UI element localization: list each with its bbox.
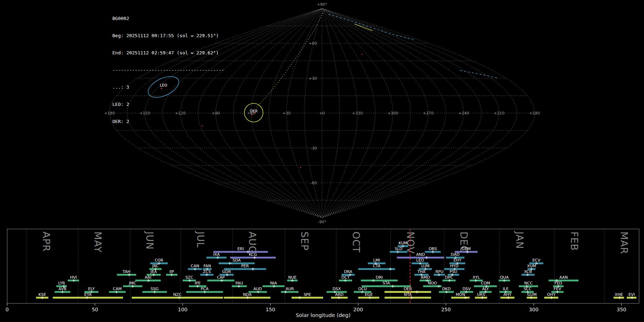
shower-label-sda: SDA — [233, 258, 241, 263]
peak-marker-sda — [229, 262, 231, 265]
shower-label-ard: ARD — [335, 292, 344, 297]
shower-label-and: AND — [416, 252, 425, 257]
shower-label-ehy: EHY — [453, 258, 461, 263]
shower-label-tha: THA — [417, 269, 426, 274]
x-axis-title: Solar longitude (deg) — [296, 312, 351, 318]
shower-label-cta: CTA — [373, 264, 381, 268]
activity-chart: APRMAYJUNJULAUGSEPOCTNOVDECJANFEBMARKUME… — [6, 229, 639, 318]
station-id: BG0002 — [112, 16, 224, 21]
session-end: End: 20251112 02:59:47 (sol = 229.62°) — [112, 50, 224, 56]
count-sporadic: ...: 3 — [112, 84, 224, 90]
lat-label: +60 — [309, 41, 317, 46]
shower-label-noo: NOO — [428, 281, 437, 286]
lat-label: -30 — [311, 146, 317, 151]
shower-label-gem: GEM — [462, 247, 470, 251]
count-leo: LEO: 2 — [112, 102, 224, 107]
galactic-dashed-line-2 — [460, 70, 498, 78]
shower-label-dad: DAD — [451, 252, 459, 257]
shower-label-jrc: JRC — [152, 264, 159, 268]
shower-label-fed: FED — [555, 281, 562, 286]
shower-bar-tah — [117, 274, 136, 276]
shower-label-psu: PSU — [450, 269, 458, 274]
shower-label-urs: URS — [477, 292, 485, 297]
lat-label: -60 — [311, 181, 317, 185]
month-label-aug: AUG — [247, 231, 258, 254]
lon-label: +240 — [458, 111, 469, 116]
shower-label-nta: NTA — [404, 292, 412, 297]
shower-label-nda: NDA — [243, 292, 252, 297]
shower-label-xhe: XHE — [615, 292, 623, 297]
x-tick-label: 50 — [92, 307, 98, 312]
ecliptic-dotted-line — [256, 11, 324, 108]
shower-bar-ori — [361, 280, 398, 282]
radiant-label-oer: OER — [250, 109, 258, 113]
shower-label-xum: XUM — [527, 264, 536, 268]
shower-label-gdr: GDR — [222, 269, 231, 274]
shower-label-nia: NIA — [270, 281, 277, 286]
shower-label-lum: LUM — [421, 264, 429, 268]
shower-label-hvi: HVI — [70, 275, 77, 280]
shower-label-nue: NUE — [288, 275, 297, 280]
separator-line: ---------------------------------------- — [112, 67, 224, 73]
count-oer: OER: 2 — [112, 119, 224, 125]
x-tick-label: 200 — [353, 307, 363, 312]
shower-bar-mon — [451, 297, 470, 299]
shower-label-rpu: RPU — [435, 269, 443, 274]
shower-label-spe: SPE — [304, 292, 311, 297]
shower-label-xcb: XCB — [524, 269, 532, 274]
shower-label-ipe: IPE — [195, 281, 201, 286]
shower-bar-spe — [292, 297, 323, 299]
shower-label-leo: LEO — [416, 258, 424, 263]
sporadic-meteor-dot — [361, 54, 362, 55]
peak-marker-sta — [391, 285, 394, 288]
peak-marker-noo — [437, 285, 440, 288]
shower-label-jea: JEA — [150, 269, 157, 274]
shower-label-kse: KSE — [39, 292, 46, 297]
month-label-jul: JUL — [195, 231, 206, 248]
shower-label-aud: AUD — [253, 287, 262, 291]
shower-label-dra: DRA — [344, 269, 352, 274]
shower-label-per: PER — [241, 264, 249, 268]
shower-bar-sda — [219, 263, 255, 264]
shower-label-ile: ILE — [503, 287, 508, 291]
month-label-apr: APR — [41, 231, 52, 252]
month-label-oct: OCT — [351, 231, 362, 253]
shower-label-qua: QUA — [500, 275, 509, 280]
shower-label-dsv: DSV — [463, 287, 471, 291]
lon-label: +330 — [352, 111, 363, 116]
x-tick-label: 150 — [266, 307, 275, 312]
peak-marker-spe — [298, 296, 301, 299]
shower-label-ege: EGE — [365, 292, 372, 297]
shower-label-lyr: LYR — [58, 281, 65, 286]
shower-label-ely: ELY — [88, 287, 95, 291]
shower-label-szc: SZC — [185, 275, 194, 280]
month-label-sep: SEP — [299, 231, 310, 250]
shower-label-fev: FEV — [554, 287, 561, 291]
x-tick-label: 300 — [529, 307, 538, 312]
shower-label-cam: CAM — [113, 287, 122, 291]
x-tick-label: 250 — [441, 307, 451, 312]
session-info: BG0002 Beg: 20251112 00:17:55 (sol = 229… — [112, 4, 224, 136]
shower-label-can: CAN — [191, 264, 199, 268]
shower-label-mon: MON — [456, 292, 465, 297]
radiant-map-screen: +90°-90°+60+30-30-60+180+150+120+90+60+3… — [0, 0, 644, 322]
shower-label-dkd: DKD — [442, 287, 451, 291]
shower-label-scc: SCC — [523, 287, 532, 291]
shower-label-fan: FAN — [204, 264, 211, 268]
shower-label-aan: AAN — [559, 275, 568, 280]
shower-label-tah: TAH — [122, 269, 131, 274]
pole-label-south: -90° — [318, 220, 326, 224]
shower-label-amo: AMO — [421, 275, 430, 280]
x-tick-label: 350 — [617, 307, 626, 312]
session-begin: Beg: 20251112 00:17:55 (sol = 229.51°) — [112, 33, 224, 39]
shower-label-nzc: NZC — [173, 292, 182, 297]
shower-bar-aan — [549, 280, 579, 282]
shower-label-cor: COR — [155, 258, 163, 263]
peak-marker-and — [425, 256, 428, 259]
lon-label: +210 — [494, 111, 504, 116]
shower-label-oct: OCT — [341, 275, 350, 280]
peak-marker-ori — [372, 279, 375, 282]
shower-label-zcs: ZCS — [203, 269, 211, 274]
month-label-jun: JUN — [144, 231, 155, 250]
shower-label-ncc: NCC — [524, 281, 533, 286]
